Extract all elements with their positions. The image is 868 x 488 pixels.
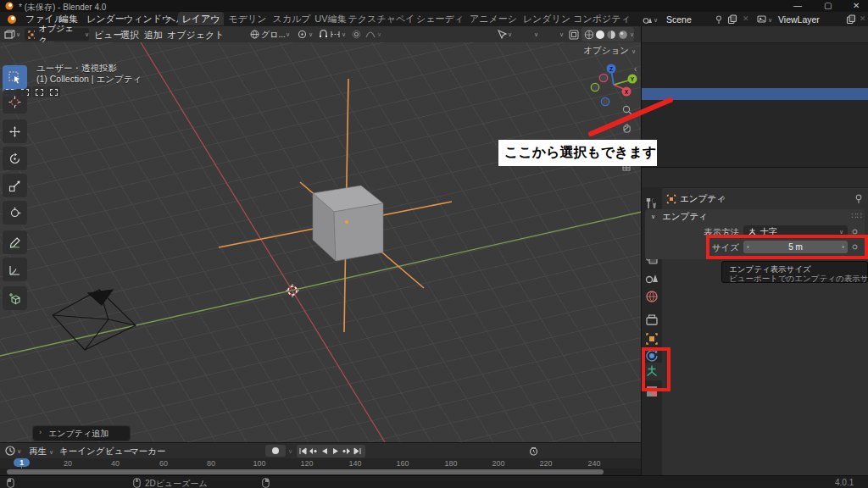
tab-world-icon[interactable] — [645, 290, 659, 303]
timeline-scrollbar-track[interactable] — [0, 469, 642, 475]
timeline-menu-view[interactable]: ビュー — [105, 446, 132, 458]
shading-dropdown-icon[interactable]: ∨ — [630, 31, 634, 38]
tool-rotate-button[interactable] — [3, 147, 27, 170]
pivot-dropdown-icon[interactable]: ∨ — [309, 31, 313, 38]
vp-menu-view[interactable]: ビュー — [94, 29, 123, 42]
tool-measure-button[interactable] — [3, 258, 27, 281]
select-mode-intersect-button[interactable] — [47, 86, 60, 97]
shading-material-icon[interactable] — [606, 30, 615, 40]
timeline-editor-icon[interactable] — [5, 446, 15, 456]
viewlayer-name[interactable]: ViewLayer — [778, 14, 820, 25]
tab-scene-icon[interactable] — [645, 271, 659, 285]
keying-set-arrow-icon[interactable]: ∨ — [288, 448, 292, 455]
close-button[interactable]: ✕ — [853, 1, 860, 10]
next-keyframe-button[interactable] — [341, 446, 352, 457]
visibility-arrow-icon[interactable]: ∨ — [508, 31, 512, 38]
outliner-row-empty-selected[interactable]: エンプティ — [642, 88, 868, 100]
animate-size-dot-icon[interactable] — [852, 244, 858, 250]
snap-magnet-icon[interactable] — [319, 30, 328, 39]
play-button[interactable] — [330, 446, 341, 457]
jump-to-end-button[interactable] — [352, 446, 363, 457]
panel-collapse-icon[interactable]: ∨ — [651, 214, 655, 220]
proportional-editing-icon[interactable] — [352, 30, 361, 39]
pin-id-icon[interactable] — [854, 194, 863, 203]
tab-physics-icon[interactable] — [645, 349, 659, 363]
tool-cursor-button[interactable] — [3, 90, 27, 114]
scene-dropdown-icon[interactable]: ∨ — [654, 17, 658, 24]
outliner-row-camera[interactable]: ► Camera — [642, 65, 868, 76]
tool-add-cube-button[interactable] — [3, 286, 27, 310]
tool-transform-button[interactable] — [3, 201, 27, 225]
orientation-label[interactable]: グロ... — [261, 29, 286, 41]
viewlayer-dropdown-icon[interactable]: ∨ — [768, 17, 772, 24]
outliner-row-collection[interactable]: ▼ Collection ✓ — [642, 54, 868, 65]
tool-annotate-button[interactable] — [3, 230, 27, 254]
operator-panel[interactable]: › エンプティ追加 — [32, 425, 131, 441]
timeline-scrollbar[interactable] — [7, 469, 604, 474]
size-increase-icon[interactable]: › — [842, 243, 844, 251]
outliner-row-cube[interactable]: ► Cube — [642, 77, 868, 88]
menu-render[interactable]: レンダー — [86, 13, 125, 25]
snap-dropdown-icon[interactable]: ∨ — [342, 31, 346, 38]
gizmo-dropdown-icon[interactable]: ∨ — [534, 31, 538, 38]
viewport-3d[interactable]: Z Y X ユーザー・透視投影 (1) Collection | エンプティ オ… — [0, 42, 642, 442]
animate-display-dot-icon[interactable] — [852, 229, 858, 235]
timeline-menu-playback[interactable]: 再生 ∨ — [29, 446, 53, 458]
tool-scale-button[interactable] — [3, 174, 27, 197]
tool-select-box-button[interactable] — [3, 65, 27, 89]
options-dropdown[interactable]: オプション ∨ — [583, 45, 636, 57]
playhead[interactable]: 1 — [14, 458, 30, 467]
size-value[interactable]: 5 m — [749, 242, 843, 252]
play-reverse-button[interactable] — [319, 446, 330, 457]
tab-collection-icon[interactable] — [645, 313, 659, 327]
scene-name[interactable]: Scene — [666, 14, 692, 25]
timeline-menu-marker[interactable]: マーカー — [130, 446, 166, 458]
visibility-dropdown-icon[interactable] — [497, 30, 507, 39]
vp-menu-add[interactable]: 追加 — [144, 29, 163, 42]
divider-vertical[interactable] — [641, 26, 642, 475]
panel-title[interactable]: エンプティ — [662, 211, 708, 223]
divider-viewport-timeline[interactable] — [0, 442, 642, 443]
size-slider[interactable]: ‹ 5 m › — [743, 241, 848, 253]
pin-icon[interactable] — [715, 15, 723, 24]
prev-keyframe-button[interactable] — [308, 446, 319, 457]
breadcrumb[interactable]: エンプティ — [680, 193, 726, 205]
scene-icon[interactable] — [643, 15, 652, 24]
orientation-dropdown-icon[interactable]: ∨ — [286, 31, 290, 38]
timeline-ruler[interactable]: 20 40 60 80 100 120 140 160 180 200 220 … — [0, 458, 642, 469]
tab-uv-editing[interactable]: UV編集 — [312, 13, 349, 25]
vp-menu-object[interactable]: オブジェクト — [167, 29, 225, 42]
scene-canvas[interactable]: Z Y X — [0, 42, 642, 442]
minimize-button[interactable]: — — [793, 1, 802, 10]
falloff-dropdown-icon[interactable]: ∨ — [377, 31, 381, 38]
timeline-editor-arrow-icon[interactable]: ∨ — [17, 448, 21, 455]
editor-type-dropdown-icon[interactable]: ∨ — [16, 31, 20, 38]
sidebar-toggle-icon[interactable]: ‹ — [634, 64, 637, 74]
auto-keyframe-button[interactable] — [265, 445, 286, 457]
overlays-dropdown-icon[interactable]: ∨ — [559, 31, 564, 38]
tab-layout[interactable]: レイアウト — [178, 12, 224, 25]
snap-target-icon[interactable] — [331, 30, 340, 38]
tab-texture-icon[interactable] — [645, 385, 659, 398]
select-mode-subtract-button[interactable] — [32, 86, 46, 97]
menu-window[interactable]: ウィンドウ — [124, 13, 171, 25]
shading-wireframe-icon[interactable] — [584, 30, 593, 40]
unlink-scene-icon[interactable]: ✕ — [743, 14, 749, 23]
blender-menu-logo-icon[interactable] — [7, 14, 17, 25]
tool-move-button[interactable] — [3, 119, 27, 143]
timeline-menu-keying[interactable]: キーイング ∨ — [59, 446, 112, 458]
falloff-curve-icon[interactable] — [365, 30, 376, 38]
mode-selector[interactable]: オブジェク... ∨ — [25, 28, 89, 41]
transform-orientation-icon[interactable] — [250, 30, 259, 39]
remove-viewlayer-icon[interactable]: ✕ — [860, 14, 866, 23]
tab-object-icon[interactable] — [645, 332, 659, 346]
display-as-dropdown[interactable]: 十字 ∨ — [743, 225, 848, 238]
outliner-row-scene-collection[interactable]: シーンコレクション — [642, 43, 868, 54]
vp-menu-select[interactable]: 選択 — [120, 29, 139, 42]
shading-rendered-icon[interactable] — [618, 30, 627, 40]
tab-object-data-icon[interactable] — [645, 364, 659, 378]
panel-grip-icon[interactable]: ∷∷ — [851, 211, 862, 220]
new-viewlayer-icon[interactable] — [846, 14, 856, 25]
editor-type-icon[interactable] — [4, 30, 15, 40]
new-scene-icon[interactable] — [727, 14, 737, 25]
